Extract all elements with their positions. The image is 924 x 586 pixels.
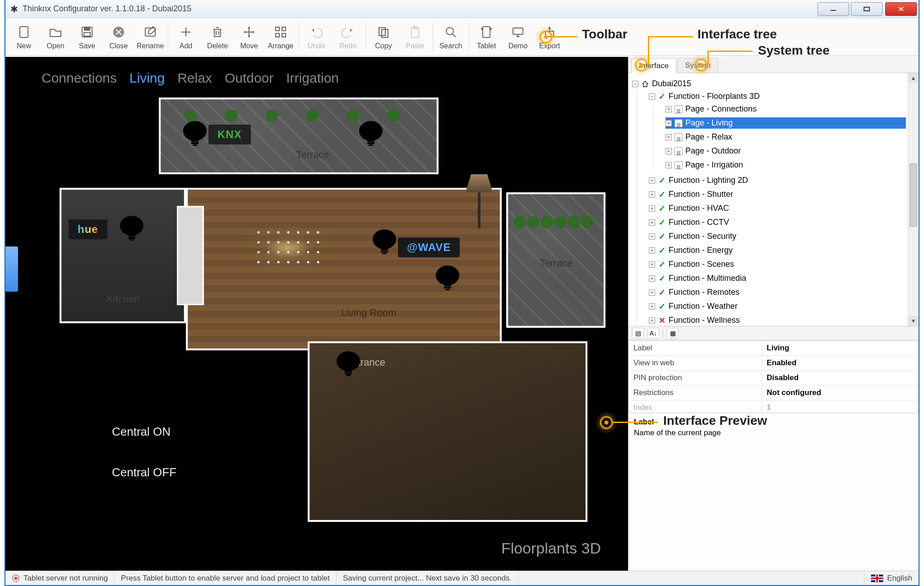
tree-item[interactable]: +Page - Living [665,117,906,129]
property-value[interactable]: 1 [762,400,919,413]
window-maximize-button[interactable] [851,2,882,16]
property-value[interactable]: Living [762,341,919,356]
property-key: Index [629,400,762,413]
tree-expander[interactable]: – [632,81,638,87]
prop-alpha-button[interactable]: A↓ [647,328,659,339]
close-icon [111,24,127,40]
tree-item[interactable]: +✓Function - Weather [649,301,906,312]
property-row[interactable]: PIN protectionDisabled [629,371,919,386]
rename-button[interactable]: Rename [134,20,166,54]
tree-item[interactable]: +✓Function - Remotes [649,287,906,298]
tree-expander[interactable]: + [665,148,672,154]
new-button[interactable]: New [8,20,40,54]
arrange-button[interactable]: Arrange [265,20,296,54]
tree-item[interactable]: +Page - Outdoor [665,145,906,157]
badge-zwave[interactable]: @WAVE [398,237,460,257]
tree-item[interactable]: +✓Function - HVAC [649,203,906,214]
property-row[interactable]: Index1 [629,400,919,413]
check-icon: ✓ [658,246,666,255]
delete-button[interactable]: Delete [202,20,233,54]
copy-button[interactable]: Copy [368,20,399,54]
property-row[interactable]: RestrictionsNot configured [629,386,919,400]
toolbar-label: Delete [207,42,228,50]
tree-expander[interactable]: + [665,120,672,126]
tree-expander[interactable]: + [649,219,655,226]
status-hint-label: Press Tablet button to enable server and… [121,574,330,583]
tree-expander[interactable]: – [649,93,655,100]
page-tab-outdoor[interactable]: Outdoor [225,70,273,86]
tree-item[interactable]: +Page - Connections [665,103,906,115]
tree-expander[interactable]: + [649,177,655,184]
central-off-row[interactable]: Central OFF [69,459,176,486]
tree-item[interactable]: +✓Function - CCTV [649,217,906,228]
toolbar-label: New [17,42,31,50]
tree-item[interactable]: +✓Function - Multimedia [649,273,906,284]
page-tab-living[interactable]: Living [129,70,165,86]
property-value[interactable]: Not configured [762,386,919,400]
search-button[interactable]: Search [435,20,467,54]
add-button[interactable]: Add [170,20,202,54]
tree-expander[interactable]: + [665,162,672,168]
callout-toolbar: Toolbar [582,27,628,42]
move-button[interactable]: Move [233,20,265,54]
tree-scrollbar[interactable]: ▲ ▼ [908,73,919,326]
interface-tree[interactable]: –Dubai2015–✓Function - Floorplants 3D+Pa… [628,73,908,326]
tree-item[interactable]: –Dubai2015 [632,78,906,89]
tree-expander[interactable]: + [649,317,655,324]
tree-expander[interactable]: + [649,261,655,268]
property-row[interactable]: View in webEnabled [629,356,919,371]
tree-expander[interactable]: + [649,303,655,310]
scroll-up-button[interactable]: ▲ [908,73,919,83]
page-tab-irrigation[interactable]: Irrigation [286,70,339,86]
bulb-entrance[interactable] [335,350,362,377]
tree-expander[interactable]: + [649,275,655,282]
tree-expander[interactable]: + [649,247,655,254]
tree-item[interactable]: +✓Function - Scenes [649,259,906,270]
check-icon: ✓ [658,191,666,199]
prop-categorized-button[interactable]: ▤ [632,328,644,339]
page-tab-relax[interactable]: Relax [177,70,212,86]
tree-item[interactable]: +Page - Relax [665,131,906,143]
status-language[interactable]: English [864,571,919,585]
tree-item[interactable]: –✓Function - Floorplants 3D [649,91,906,102]
tree-expander[interactable]: + [649,289,655,296]
window-close-button[interactable] [885,2,917,16]
tree-item[interactable]: +✓Function - Security [649,231,906,242]
page-tab-connections[interactable]: Connections [42,70,117,86]
save-button[interactable]: Save [71,20,103,54]
left-accent-handle[interactable] [5,246,18,292]
window-minimize-button[interactable] [818,2,849,16]
bulb-terrace-left[interactable] [181,120,208,147]
toolbar-label: Copy [375,42,392,50]
property-value[interactable]: Disabled [762,371,919,386]
tree-item[interactable]: +✓Function - Lighting 2D [649,175,906,186]
tree-expander[interactable]: + [649,191,655,198]
property-row[interactable]: LabelLiving [629,341,919,356]
tree-expander[interactable]: + [665,106,672,112]
bulb-terrace-right[interactable] [357,120,384,147]
toolbar-label: Rename [137,42,164,50]
tree-expander[interactable]: + [649,233,655,240]
badge-knx[interactable]: KNX [208,125,251,144]
demo-button[interactable]: Demo [502,20,534,54]
bulb-living[interactable] [371,228,398,256]
tablet-button[interactable]: Tablet [471,20,502,54]
scroll-down-button[interactable]: ▼ [908,316,919,326]
bulb-kitchen[interactable] [118,215,145,242]
tree-item[interactable]: +✓Function - Energy [649,245,906,256]
check-icon: ✓ [658,302,666,311]
scroll-thumb[interactable] [910,163,917,227]
tree-item[interactable]: +✓Function - Shutter [649,189,906,200]
badge-hue[interactable]: hue [69,219,107,239]
tree-expander[interactable]: + [665,134,672,140]
property-value[interactable]: Enabled [762,356,919,371]
tree-expander[interactable]: + [649,205,655,212]
tree-item[interactable]: +✕Function - Wellness [649,315,906,326]
tree-item[interactable]: +Page - Irrigation [665,159,906,171]
prop-pages-button[interactable]: ▦ [667,328,679,339]
central-on-row[interactable]: Central ON [69,418,171,445]
open-button[interactable]: Open [40,20,71,54]
property-grid[interactable]: LabelLivingView in webEnabledPIN protect… [628,340,919,413]
bulb-living-2[interactable] [434,265,461,292]
close-button[interactable]: Close [103,20,134,54]
